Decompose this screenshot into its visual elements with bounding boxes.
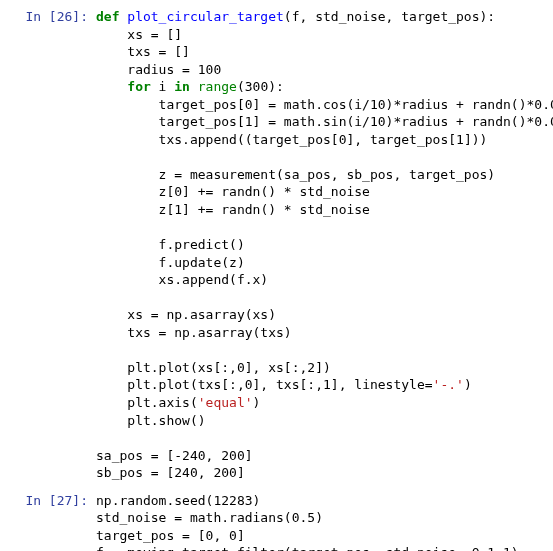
code-cell: In [26]: def plot_circular_target(f, std…	[8, 8, 545, 482]
input-prompt: In [26]:	[8, 8, 96, 482]
code-block[interactable]: np.random.seed(12283) std_noise = math.r…	[96, 492, 545, 551]
code-block[interactable]: def plot_circular_target(f, std_noise, t…	[96, 8, 553, 482]
input-prompt: In [27]:	[8, 492, 96, 551]
code-cell: In [27]: np.random.seed(12283) std_noise…	[8, 492, 545, 551]
